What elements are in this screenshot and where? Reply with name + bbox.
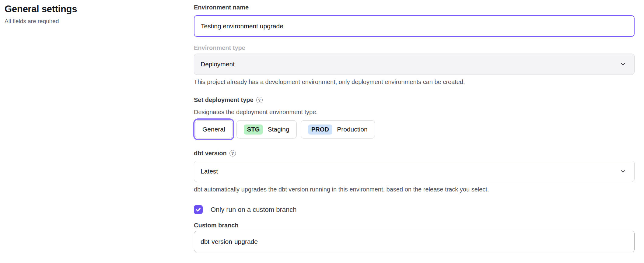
dbt-version-select[interactable]: Latest [194, 161, 635, 182]
deployment-type-general-button[interactable]: General [195, 120, 233, 139]
settings-form: Environment name Environment type Deploy… [194, 0, 635, 263]
deployment-type-helper: Designates the deployment environment ty… [194, 109, 635, 116]
deployment-type-general-label: General [202, 126, 225, 133]
environment-settings-page: General settings All fields are required… [0, 0, 644, 263]
deployment-type-staging-label: Staging [268, 126, 289, 133]
custom-branch-toggle-row: Only run on a custom branch [194, 205, 635, 214]
page-header: General settings All fields are required [5, 4, 77, 25]
dbt-version-helper: dbt automatically upgrades the dbt versi… [194, 186, 635, 193]
environment-type-select[interactable]: Deployment [194, 54, 635, 75]
staging-badge: STG [244, 124, 263, 135]
custom-branch-checkbox[interactable] [194, 205, 203, 214]
environment-type-value: Deployment [201, 61, 235, 68]
deployment-type-label: Set deployment type ? [194, 96, 635, 103]
production-badge: PROD [308, 124, 333, 135]
custom-branch-input[interactable] [194, 231, 635, 252]
checkmark-icon [195, 206, 201, 213]
deployment-type-options: General STG Staging PROD Production [194, 120, 635, 139]
chevron-down-icon [620, 168, 626, 175]
page-subtitle: All fields are required [5, 18, 77, 25]
help-icon[interactable]: ? [229, 150, 236, 156]
custom-branch-label: Custom branch [194, 222, 635, 229]
environment-name-label: Environment name [194, 4, 635, 11]
dbt-version-value: Latest [201, 168, 218, 175]
environment-type-helper: This project already has a development e… [194, 79, 635, 86]
custom-branch-checkbox-label[interactable]: Only run on a custom branch [211, 206, 296, 214]
deployment-type-production-label: Production [337, 126, 367, 133]
environment-name-input[interactable] [194, 15, 635, 37]
dbt-version-label: dbt version ? [194, 150, 635, 157]
page-title: General settings [5, 4, 77, 15]
help-icon[interactable]: ? [256, 97, 263, 103]
deployment-type-production-button[interactable]: PROD Production [301, 120, 375, 139]
chevron-down-icon [620, 61, 626, 68]
deployment-type-staging-button[interactable]: STG Staging [236, 120, 297, 139]
environment-type-label: Environment type [194, 44, 635, 51]
